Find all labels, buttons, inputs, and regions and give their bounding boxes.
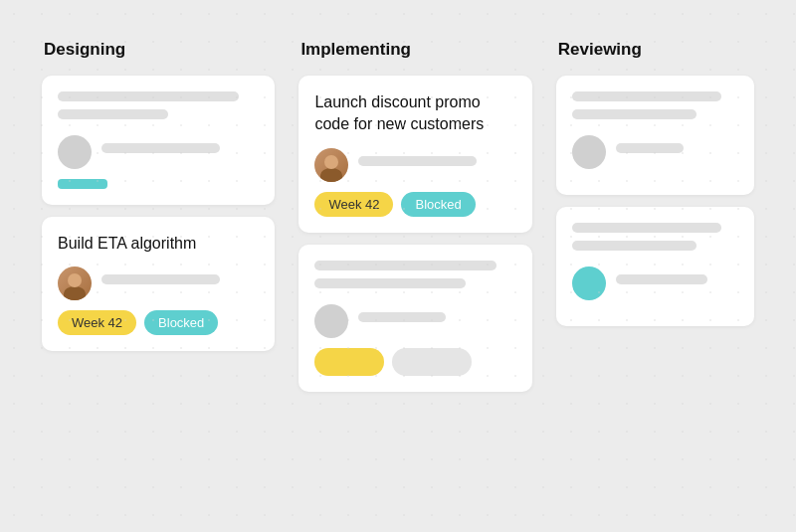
placeholder-line [616, 143, 684, 153]
placeholder-line [616, 274, 707, 284]
placeholder-line [101, 143, 220, 153]
placeholder-line [572, 241, 696, 251]
column-reviewing: Reviewing [544, 40, 766, 326]
column-title-designing: Designing [42, 40, 275, 60]
avatar-text [101, 274, 259, 292]
avatar [572, 135, 606, 169]
avatar-text [616, 274, 738, 292]
avatar [314, 304, 348, 338]
card-launch-discount[interactable]: Launch discount promo code for new custo… [298, 76, 531, 233]
placeholder-line [314, 261, 496, 270]
cards-designing: Build ETA algorithm Week 42 Blocked [42, 76, 275, 351]
card-title: Build ETA algorithm [58, 233, 259, 255]
column-designing: Designing Build ETA algorithm [30, 40, 287, 351]
avatar-row [314, 148, 515, 182]
card-impl-placeholder[interactable] [298, 245, 531, 392]
placeholder-line [58, 91, 239, 101]
column-title-implementing: Implementing [298, 40, 531, 60]
avatar-row [572, 135, 738, 169]
placeholder-line [58, 109, 168, 119]
cards-reviewing [556, 76, 754, 326]
placeholder-line [101, 274, 220, 284]
tags-row: Week 42 Blocked [314, 192, 515, 217]
card-title: Launch discount promo code for new custo… [314, 91, 515, 136]
yellow-tag-placeholder [314, 348, 384, 376]
card-review-1[interactable] [556, 76, 754, 195]
avatar-text [358, 312, 515, 330]
placeholder-line [358, 156, 477, 166]
card-build-eta[interactable]: Build ETA algorithm Week 42 Blocked [42, 217, 275, 351]
avatar-text [616, 143, 738, 161]
avatar [58, 135, 92, 169]
placeholder-line [572, 223, 722, 233]
avatar-row [58, 135, 259, 169]
status-tag[interactable]: Blocked [144, 310, 218, 335]
column-implementing: Implementing Launch discount promo code … [287, 40, 543, 392]
avatar-text [101, 143, 259, 161]
teal-tag-placeholder [58, 179, 107, 189]
week-tag[interactable]: Week 42 [314, 192, 393, 217]
week-tag[interactable]: Week 42 [58, 310, 136, 335]
placeholder-line [572, 91, 722, 101]
status-tag[interactable]: Blocked [401, 192, 475, 217]
avatar-text [358, 156, 515, 174]
avatar-row [572, 266, 738, 300]
placeholder-line [358, 312, 445, 322]
kanban-board: Designing Build ETA algorithm [0, 0, 796, 532]
avatar [314, 148, 348, 182]
avatar [58, 266, 92, 300]
tags-row: Week 42 Blocked [58, 310, 259, 335]
teal-avatar-dot [572, 266, 606, 300]
card-review-2[interactable] [556, 207, 754, 326]
gray-tag-placeholder [392, 348, 472, 376]
column-title-reviewing: Reviewing [556, 40, 754, 60]
tags-row [314, 348, 515, 376]
avatar-row [314, 304, 515, 338]
cards-implementing: Launch discount promo code for new custo… [298, 76, 531, 392]
card-design-placeholder[interactable] [42, 76, 275, 205]
avatar-row [58, 266, 259, 300]
placeholder-line [314, 278, 466, 288]
placeholder-line [572, 109, 696, 119]
